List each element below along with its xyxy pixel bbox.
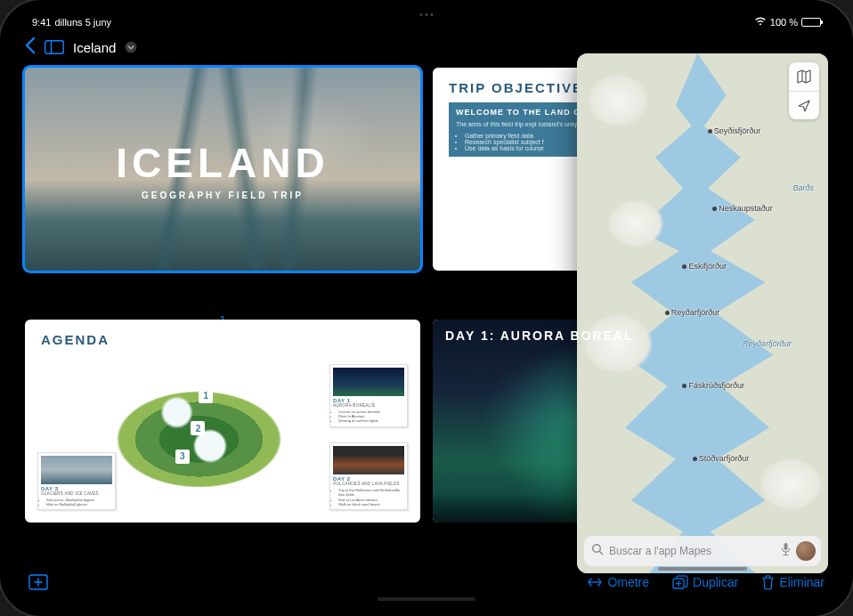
slideover-home-indicator[interactable] — [658, 567, 747, 571]
day-card: DAY 2 VOLCANOES AND LAVA FIELDS Trip to … — [329, 442, 408, 510]
status-time: 9:41 — [32, 17, 51, 28]
battery-percent: 100 % — [770, 17, 798, 28]
svg-rect-6 — [784, 543, 788, 550]
multitask-dots[interactable] — [420, 13, 434, 16]
map-search-input[interactable] — [609, 545, 776, 557]
map-place-label[interactable]: Eskifjörður — [682, 262, 727, 271]
duplicate-button[interactable]: Duplicar — [672, 575, 738, 589]
day-card: DAY 1 AURORA BOREALIS Lecture on aurora … — [329, 364, 408, 427]
battery-icon — [801, 18, 821, 27]
status-date: dilluns 5 juny — [54, 17, 111, 28]
slide-1-subtitle: GEOGRAPHY FIELD TRIP — [142, 190, 304, 200]
skip-label: Ometre — [607, 575, 649, 589]
document-title[interactable]: Iceland — [73, 40, 116, 55]
maps-slideover[interactable]: SeyðisfjörðurNeskaupstaðurEskifjörðurRey… — [577, 53, 828, 573]
map-place-label[interactable]: Reyðarfjörður — [665, 308, 720, 317]
map-marker: 2 — [191, 421, 205, 435]
svg-point-2 — [126, 42, 137, 53]
map-marker: 3 — [175, 450, 190, 464]
slide-1-title: ICELAND — [116, 139, 329, 187]
sidebar-toggle-icon[interactable] — [45, 40, 64, 54]
search-icon — [591, 543, 604, 559]
map-place-label[interactable]: Fáskrúðsfjörður — [682, 381, 744, 390]
slide-4-title: DAY 1: AURORA BOREAL — [445, 328, 634, 343]
map-place-label[interactable]: Seyðisfjörður — [708, 126, 761, 135]
locate-button[interactable] — [789, 91, 819, 119]
map-search-bar[interactable] — [584, 536, 821, 566]
map-mode-button[interactable] — [789, 62, 819, 91]
status-bar: 9:41 dilluns 5 juny 100 % — [12, 12, 841, 32]
duplicate-label: Duplicar — [693, 575, 738, 589]
delete-button[interactable]: Eliminar — [761, 575, 825, 590]
map-water-label: Barðs — [793, 183, 815, 192]
map-water-label: Reyðarfjörður — [743, 339, 792, 348]
slide-thumbnail[interactable]: ICELAND GEOGRAPHY FIELD TRIP 1 — [25, 68, 420, 309]
user-avatar[interactable] — [796, 541, 816, 561]
slide-thumbnail[interactable]: AGENDA 1 2 3 DAY 1 AURORA BOREALIS Lectu… — [25, 320, 420, 561]
add-slide-button[interactable] — [28, 574, 48, 590]
chevron-down-icon[interactable] — [125, 41, 137, 53]
microphone-icon[interactable] — [781, 542, 791, 560]
map-controls — [789, 62, 819, 119]
svg-rect-0 — [45, 41, 64, 54]
wifi-icon — [754, 17, 767, 28]
map-canvas[interactable]: SeyðisfjörðurNeskaupstaðurEskifjörðurRey… — [577, 53, 828, 573]
map-place-label[interactable]: Stöðvarfjörður — [693, 454, 750, 463]
delete-label: Eliminar — [779, 575, 825, 589]
map-marker: 1 — [199, 389, 213, 403]
slide-3-title: AGENDA — [41, 332, 404, 347]
home-indicator[interactable] — [378, 597, 475, 601]
skip-button[interactable]: Ometre — [587, 575, 649, 589]
back-button[interactable] — [25, 36, 36, 59]
map-place-label[interactable]: Neskaupstaður — [712, 204, 773, 213]
day-card: DAY 3 GLACIERS AND ICE CAVES Sail across… — [37, 452, 116, 510]
